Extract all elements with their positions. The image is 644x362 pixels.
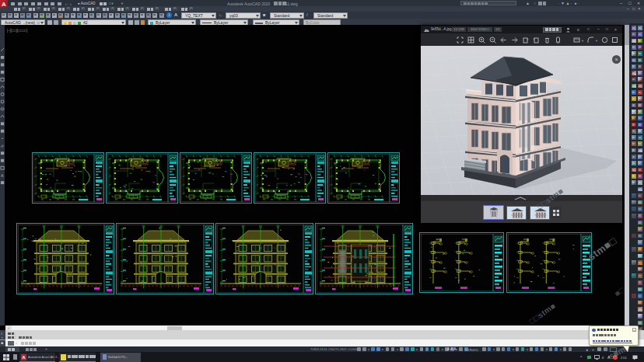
svg-text:A: A <box>1 173 4 178</box>
